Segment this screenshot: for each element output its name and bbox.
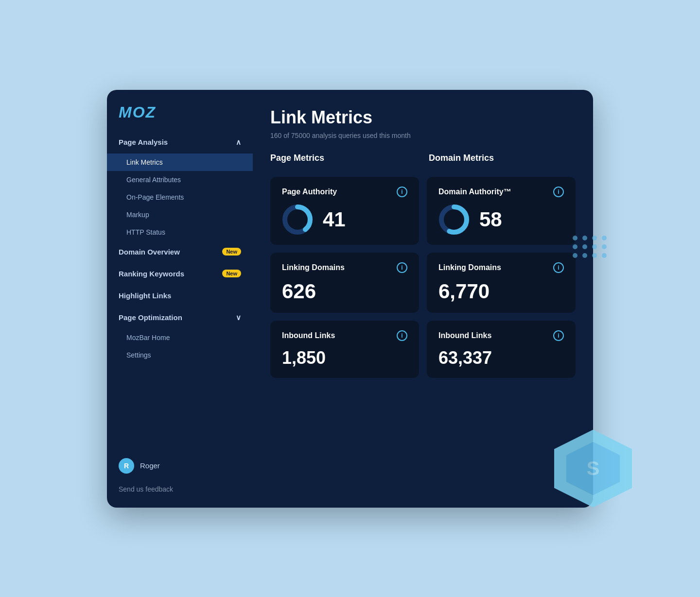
inbound-links-domain-title: Inbound Links [438,331,491,340]
domain-authority-card: Domain Authority™ i 58 [427,177,576,245]
sidebar-item-http-status[interactable]: HTTP Status [107,223,253,241]
inbound-links-page-info-icon[interactable]: i [397,330,407,341]
sidebar-item-settings[interactable]: Settings [107,346,253,364]
sidebar-bottom: R Roger Send us feedback [107,451,253,498]
inbound-links-domain-value: 63,337 [438,348,492,368]
domain-authority-title: Domain Authority™ [438,188,511,196]
main-content: Link Metrics 160 of 75000 analysis queri… [253,90,593,508]
inbound-links-domain-card: Inbound Links i 63,337 [427,321,576,378]
linking-domains-page-value-row: 626 [282,280,407,303]
linking-domains-domain-info-icon[interactable]: i [553,262,564,273]
domain-authority-header: Domain Authority™ i [438,187,564,197]
page-authority-donut [282,204,313,235]
outer-wrapper: S MOZ Page Analysis ∧ Link Metrics Gener… [83,70,617,527]
linking-domains-page-card: Linking Domains i 626 [270,253,419,313]
page-authority-value: 41 [323,208,346,231]
inbound-links-page-value-row: 1,850 [282,348,407,368]
page-metrics-title: Page Metrics [270,153,417,163]
inbound-links-domain-info-icon[interactable]: i [553,330,564,341]
domain-overview-badge: New [222,248,241,256]
page-authority-info-icon[interactable]: i [397,187,407,197]
linking-domains-page-header: Linking Domains i [282,262,407,273]
chevron-up-icon: ∧ [236,138,241,147]
sidebar-logo: MOZ [107,90,253,131]
sidebar-item-general-attributes[interactable]: General Attributes [107,171,253,188]
sidebar: MOZ Page Analysis ∧ Link Metrics General… [107,90,253,508]
linking-domains-page-title: Linking Domains [282,263,345,272]
domain-authority-value-row: 58 [438,204,564,235]
linking-domains-domain-card: Linking Domains i 6,770 [427,253,576,313]
moz-logo-text: MOZ [119,103,241,121]
sidebar-item-domain-overview[interactable]: Domain Overview New [107,241,253,263]
linking-domains-domain-header: Linking Domains i [438,262,564,273]
sidebar-item-on-page-elements[interactable]: On-Page Elements [107,188,253,206]
main-card: MOZ Page Analysis ∧ Link Metrics General… [107,90,593,508]
inbound-links-page-header: Inbound Links i [282,330,407,341]
domain-authority-donut [438,204,470,235]
page-authority-title: Page Authority [282,188,337,196]
linking-domains-page-info-icon[interactable]: i [397,262,407,273]
user-name: Roger [140,461,160,470]
page-optimization-label: Page Optimization [119,313,182,322]
page-optimization-header[interactable]: Page Optimization ∨ [107,307,253,329]
linking-domains-page-value: 626 [282,280,316,303]
ranking-keywords-label: Ranking Keywords [119,270,184,278]
domain-authority-value: 58 [479,208,502,231]
linking-domains-domain-value: 6,770 [438,280,490,303]
sidebar-item-highlight-links[interactable]: Highlight Links [107,285,253,307]
page-title: Link Metrics [270,107,576,128]
sidebar-section-page-analysis: Page Analysis ∧ Link Metrics General Att… [107,131,253,241]
inbound-links-domain-header: Inbound Links i [438,330,564,341]
domain-authority-info-icon[interactable]: i [553,187,564,197]
chevron-down-icon: ∨ [236,313,241,322]
inbound-links-page-title: Inbound Links [282,331,335,340]
domain-metrics-title: Domain Metrics [429,153,576,163]
highlight-links-label: Highlight Links [119,291,171,300]
linking-domains-domain-title: Linking Domains [438,263,501,272]
sidebar-user[interactable]: R Roger [107,451,253,480]
ranking-keywords-badge: New [222,270,241,277]
hex-s-letter: S [587,458,600,479]
sidebar-item-markup[interactable]: Markup [107,206,253,223]
sidebar-item-mozbar-home[interactable]: MozBar Home [107,329,253,346]
page-analysis-header[interactable]: Page Analysis ∧ [107,131,253,154]
domain-overview-label: Domain Overview [119,248,180,256]
linking-domains-domain-value-row: 6,770 [438,280,564,303]
page-authority-header: Page Authority i [282,187,407,197]
page-authority-value-row: 41 [282,204,407,235]
inbound-links-page-value: 1,850 [282,348,326,368]
page-analysis-label: Page Analysis [119,138,168,146]
inbound-links-page-card: Inbound Links i 1,850 [270,321,419,378]
avatar: R [119,458,134,474]
sidebar-item-ranking-keywords[interactable]: Ranking Keywords New [107,263,253,285]
query-info: 160 of 75000 analysis queries used this … [270,132,576,139]
deco-dots [573,236,608,258]
inbound-links-domain-value-row: 63,337 [438,348,564,368]
feedback-link[interactable]: Send us feedback [107,480,253,498]
deco-hexagon-badge: S [554,430,632,517]
sidebar-item-link-metrics[interactable]: Link Metrics [107,154,253,171]
page-authority-card: Page Authority i 41 [270,177,419,245]
